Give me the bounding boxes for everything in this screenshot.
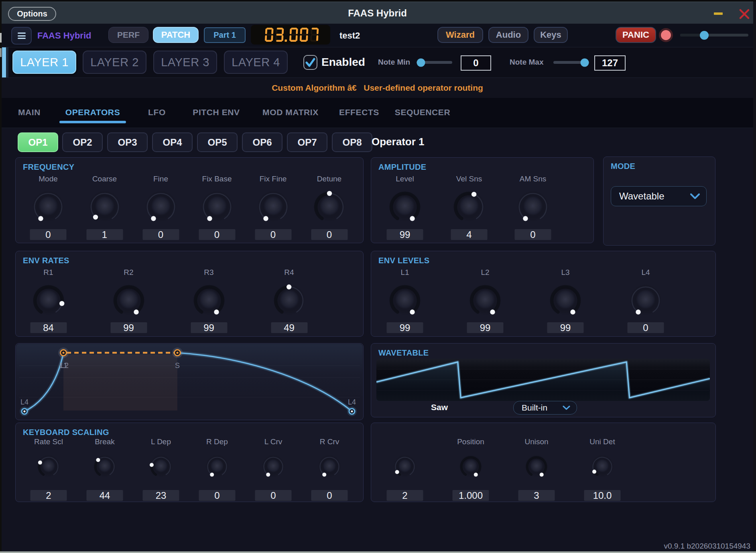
note-max-slider[interactable] (553, 61, 589, 64)
keyboard_scaling-value-R Dep[interactable]: 0 (199, 490, 236, 501)
keyboard_scaling-knob-L Crv[interactable] (259, 452, 288, 481)
op-button-2[interactable]: OP2 (62, 132, 103, 152)
env_rates-knob-label-2: R3 (204, 268, 213, 277)
enabled-checkbox[interactable] (303, 55, 317, 70)
envelope-graph[interactable]: L4L1L2SL4 (16, 344, 363, 420)
tab-effects[interactable]: EFFECTS (339, 98, 379, 128)
frequency-value-Detune[interactable]: 0 (311, 229, 348, 240)
keyboard_scaling-knob-Break[interactable] (90, 452, 119, 481)
note-max-slider-thumb[interactable] (581, 58, 589, 67)
tab-operators[interactable]: OPERATORS (65, 98, 120, 128)
amplitude-knob-Level[interactable] (385, 187, 425, 227)
keyboard_scaling-knob-R Dep[interactable] (203, 452, 232, 481)
layer-tab-2[interactable]: LAYER 2 (83, 51, 146, 74)
layer-tab-4[interactable]: LAYER 4 (224, 51, 288, 74)
unison-value-Uni Det[interactable]: 10.0 (584, 490, 621, 501)
perf-button[interactable]: PERF (108, 27, 148, 43)
frequency-knob-Fix Fine[interactable] (253, 187, 293, 227)
op-button-3[interactable]: OP3 (107, 132, 148, 152)
op-button-8[interactable]: OP8 (332, 132, 372, 152)
amplitude-knob-Vel Sns[interactable] (449, 187, 489, 227)
minimize-icon[interactable] (714, 12, 723, 15)
tab-sequencer[interactable]: SEQUENCER (395, 98, 450, 128)
volume-slider-thumb[interactable] (700, 31, 709, 40)
note-min-slider-thumb[interactable] (417, 58, 425, 67)
env_levels-value-L2[interactable]: 99 (467, 322, 504, 333)
keyboard-scaling-panel-title: KEYBOARD SCALING (23, 428, 109, 437)
tab-lfo[interactable]: LFO (148, 98, 166, 128)
amplitude-value-AM Sns[interactable]: 0 (515, 229, 551, 240)
tab-pitch-env[interactable]: PITCH ENV (193, 98, 240, 128)
keyboard_scaling-value-Rate Scl[interactable]: 2 (30, 490, 67, 501)
keyboard_scaling-value-Break[interactable]: 44 (87, 490, 123, 501)
env_levels-knob-L1[interactable] (385, 281, 425, 321)
env_rates-value-R1[interactable]: 84 (30, 322, 67, 333)
wavetable-source-dropdown[interactable]: Built-in (513, 401, 577, 415)
env_rates-knob-R4[interactable] (269, 281, 309, 321)
unison-knob-0[interactable] (390, 452, 419, 481)
keyboard_scaling-value-L Crv[interactable]: 0 (255, 490, 292, 501)
frequency-knob-Fine[interactable] (141, 187, 181, 227)
audio-button[interactable]: Audio (488, 27, 528, 43)
op-button-1[interactable]: OP1 (18, 132, 58, 152)
env_rates-value-R4[interactable]: 49 (271, 322, 307, 333)
unison-knob-Position[interactable] (456, 452, 485, 481)
note-max-value[interactable]: 127 (594, 55, 626, 71)
env_levels-value-L1[interactable]: 99 (387, 322, 423, 333)
amplitude-value-Level[interactable]: 99 (387, 229, 423, 240)
env_levels-knob-L3[interactable] (545, 281, 585, 321)
tab-mod-matrix[interactable]: MOD MATRIX (262, 98, 319, 128)
frequency-value-Fine[interactable]: 0 (142, 229, 179, 240)
volume-slider[interactable] (680, 34, 748, 37)
env_levels-knob-L4[interactable] (626, 281, 666, 321)
keyboard_scaling-knob-L Dep[interactable] (146, 452, 175, 481)
layer-tab-1[interactable]: LAYER 1 (12, 51, 76, 74)
keyboard_scaling-value-L Dep[interactable]: 23 (143, 490, 179, 501)
layer-tab-3[interactable]: LAYER 3 (153, 51, 217, 74)
env_rates-knob-R3[interactable] (189, 281, 229, 321)
note-min-slider[interactable] (417, 61, 452, 64)
keyboard_scaling-value-R Crv[interactable]: 0 (311, 490, 348, 501)
unison-value-0[interactable]: 2 (387, 490, 423, 501)
amplitude-knob-AM Sns[interactable] (513, 187, 553, 227)
frequency-knob-Detune[interactable] (309, 187, 350, 227)
note-min-value[interactable]: 0 (461, 55, 491, 71)
frequency-value-Mode[interactable]: 0 (30, 229, 67, 240)
env_levels-knob-L2[interactable] (465, 281, 505, 321)
tab-main[interactable]: MAIN (18, 98, 41, 128)
unison-value-Position[interactable]: 1.000 (453, 490, 489, 501)
frequency-value-Fix Base[interactable]: 0 (199, 229, 235, 240)
wizard-button[interactable]: Wizard (437, 27, 483, 43)
env_rates-knob-R1[interactable] (28, 281, 69, 321)
part-button[interactable]: Part 1 (204, 27, 246, 43)
env_rates-knob-R2[interactable] (109, 281, 149, 321)
version-text: v0.9.1 b20260310154943 (664, 542, 750, 551)
env_rates-value-R3[interactable]: 99 (191, 322, 227, 333)
env_levels-value-L3[interactable]: 99 (547, 322, 584, 333)
record-indicator[interactable] (659, 28, 673, 42)
keys-button[interactable]: Keys (534, 27, 568, 43)
mode-dropdown[interactable]: Wavetable (611, 186, 707, 206)
unison-knob-Unison[interactable] (522, 452, 551, 481)
frequency-knob-Mode[interactable] (28, 187, 68, 227)
env_levels-value-L4[interactable]: 0 (628, 322, 664, 333)
menu-button[interactable] (11, 27, 32, 45)
keyboard_scaling-knob-Rate Scl[interactable] (34, 452, 63, 481)
frequency-knob-Coarse[interactable] (85, 187, 125, 227)
amplitude-value-Vel Sns[interactable]: 4 (451, 229, 488, 240)
keyboard_scaling-knob-R Crv[interactable] (315, 452, 344, 481)
close-icon[interactable] (739, 8, 750, 20)
frequency-knob-Fix Base[interactable] (197, 187, 237, 227)
patch-button[interactable]: PATCH (153, 27, 199, 43)
wavetable-panel: WAVETABLE Saw Built-in (371, 343, 716, 417)
frequency-value-Fix Fine[interactable]: 0 (255, 229, 291, 240)
panic-button[interactable]: PANIC (616, 27, 656, 43)
op-button-5[interactable]: OP5 (197, 132, 238, 152)
op-button-6[interactable]: OP6 (242, 132, 282, 152)
op-button-4[interactable]: OP4 (152, 132, 193, 152)
unison-value-Unison[interactable]: 3 (518, 490, 555, 501)
unison-knob-Uni Det[interactable] (588, 452, 617, 481)
frequency-value-Coarse[interactable]: 1 (86, 229, 123, 240)
env_rates-value-R2[interactable]: 99 (110, 322, 147, 333)
op-button-7[interactable]: OP7 (287, 132, 327, 152)
